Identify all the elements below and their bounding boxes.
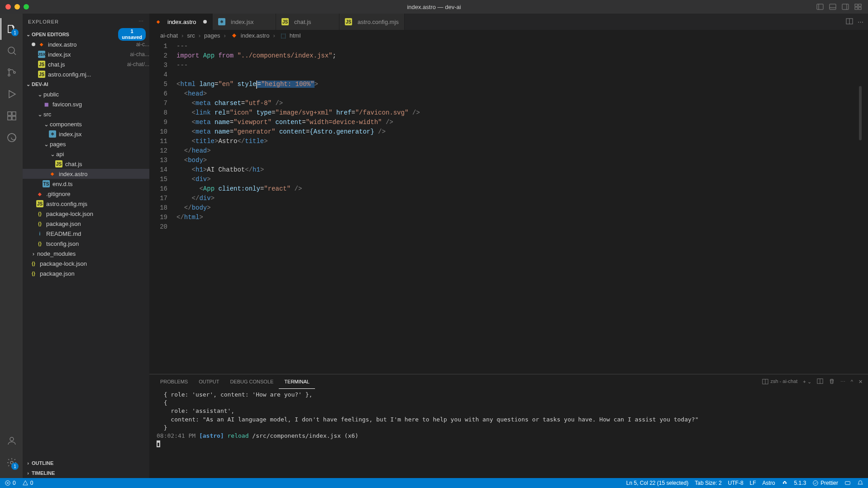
file-item[interactable]: ⚛index.jsx [23, 129, 149, 139]
svg-rect-35 [845, 482, 850, 485]
file-item[interactable]: {}package-lock.json [23, 258, 149, 268]
status-errors[interactable]: 0 [5, 480, 16, 486]
status-tabsize[interactable]: Tab Size: 2 [695, 480, 721, 486]
file-item[interactable]: ▦favicon.svg [23, 99, 149, 109]
maximize-window[interactable] [24, 4, 29, 10]
titlebar: index.astro — dev-ai [0, 0, 868, 14]
folder-item[interactable]: ⌄api [23, 149, 149, 159]
edge-icon[interactable] [0, 127, 22, 148]
timeline-section[interactable]: › TIMELINE [23, 468, 149, 478]
file-item[interactable]: ◆.gitignore [23, 189, 149, 199]
item-label: node_modules [37, 250, 149, 257]
line-number: 10 [149, 127, 167, 137]
panel-tab-problems[interactable]: PROBLEMS [155, 374, 193, 389]
outline-section[interactable]: › OUTLINE [23, 458, 149, 468]
folder-item[interactable]: ›node_modules [23, 249, 149, 258]
dirty-dot-icon [32, 43, 35, 46]
panel-tab-terminal[interactable]: TERMINAL [279, 374, 315, 389]
breadcrumb-item[interactable]: ⬚html [277, 32, 303, 39]
extensions-icon[interactable] [0, 105, 22, 127]
terminal-output[interactable]: { role: 'user', content: 'How are you?' … [149, 389, 868, 478]
line-number: 19 [149, 213, 167, 222]
editor-tab[interactable]: JSastro.config.mjs [339, 14, 405, 30]
chevron-down-icon: ⌄ [24, 32, 32, 38]
breadcrumb-item[interactable]: pages [202, 32, 222, 39]
maximize-panel-icon[interactable]: ^ [851, 379, 853, 384]
open-editor-item[interactable]: ⯁index.astroai-c... [23, 39, 149, 49]
minimize-window[interactable] [14, 4, 20, 10]
code-editor[interactable]: 1234567891011121314151617181920 --- impo… [149, 41, 868, 374]
tab-label: index.astro [167, 19, 196, 25]
terminal-name[interactable]: zsh - ai-chat [762, 378, 797, 385]
jsx-icon: JSX [38, 51, 45, 58]
folder-item[interactable]: ⌄src [23, 109, 149, 119]
new-terminal-icon[interactable]: + ⌄ [803, 379, 811, 385]
panel-tab-debug-console[interactable]: DEBUG CONSOLE [224, 374, 279, 389]
split-editor-icon[interactable] [846, 18, 853, 26]
status-encoding[interactable]: UTF-8 [728, 480, 744, 486]
file-item[interactable]: TSenv.d.ts [23, 179, 149, 189]
svg-point-34 [813, 481, 818, 486]
panel-tab-output[interactable]: OUTPUT [193, 374, 224, 389]
file-item[interactable]: iREADME.md [23, 229, 149, 239]
explorer-icon[interactable]: 1 [0, 18, 22, 40]
astro-icon: ⯁ [49, 170, 56, 177]
folder-item[interactable]: ⌄components [23, 119, 149, 129]
file-item[interactable]: {}package-lock.json [23, 209, 149, 219]
status-language[interactable]: Astro [763, 480, 775, 486]
open-editor-item[interactable]: JSchat.jsai-chat/... [23, 59, 149, 69]
account-icon[interactable] [0, 430, 22, 452]
file-item[interactable]: {}package.json [23, 219, 149, 229]
sidebar-right-toggle-icon[interactable] [840, 1, 851, 12]
open-editor-item[interactable]: JSXindex.jsxai-cha... [23, 49, 149, 59]
file-item[interactable]: JSchat.js [23, 159, 149, 169]
split-terminal-icon[interactable] [817, 378, 823, 385]
more-icon[interactable]: ⋯ [858, 19, 863, 25]
breadcrumb-item[interactable]: ai-chat [158, 32, 180, 39]
js-icon: JS [281, 18, 289, 25]
layout-toggle-icon[interactable] [815, 1, 825, 12]
file-item[interactable]: JSastro.config.mjs [23, 199, 149, 209]
status-eol[interactable]: LF [750, 480, 756, 486]
status-prettier[interactable]: Prettier [812, 480, 838, 486]
astro-icon: ⯁ [155, 18, 162, 25]
run-debug-icon[interactable] [0, 83, 22, 105]
editor-tab[interactable]: ⯁index.astro [149, 14, 213, 30]
status-warnings[interactable]: 0 [22, 480, 33, 486]
svg-point-33 [785, 482, 787, 484]
close-panel-icon[interactable]: ✕ [858, 379, 863, 385]
more-icon[interactable]: ⋯ [840, 379, 845, 385]
sidebar: EXPLORER ⋯ ⌄ OPEN EDITORS 1 unsaved ⯁ind… [23, 14, 149, 478]
editor-area: ⯁index.astro⚛index.jsxJSchat.jsJSastro.c… [149, 14, 868, 478]
search-icon[interactable] [0, 40, 22, 62]
folder-item[interactable]: ⌄public [23, 89, 149, 99]
breadcrumb-item[interactable]: src [185, 32, 196, 39]
editor-tab[interactable]: JSchat.js [276, 14, 339, 30]
status-version[interactable]: 5.1.3 [794, 480, 806, 486]
layout-custom-icon[interactable] [853, 1, 863, 12]
code-content[interactable]: --- import App from "../components/index… [176, 41, 868, 374]
file-item[interactable]: ⯁index.astro [23, 169, 149, 179]
item-label: package-lock.json [46, 211, 149, 217]
kill-terminal-icon[interactable] [829, 378, 835, 385]
source-control-icon[interactable] [0, 62, 22, 83]
open-editors-label: OPEN EDITORS [32, 32, 69, 37]
close-window[interactable] [5, 4, 11, 10]
status-bell-icon[interactable] [857, 480, 863, 486]
minimap[interactable] [859, 86, 862, 140]
editor-tab[interactable]: ⚛index.jsx [213, 14, 276, 30]
more-icon[interactable]: ⋯ [138, 19, 144, 24]
settings-icon[interactable]: 1 [0, 452, 22, 474]
status-feedback-icon[interactable] [844, 480, 851, 486]
project-section[interactable]: ⌄ DEV-AI [23, 79, 149, 89]
breadcrumb[interactable]: ai-chat›src›pages›⯁index.astro›⬚html [149, 30, 868, 41]
file-item[interactable]: {}tsconfig.json [23, 239, 149, 249]
file-item[interactable]: {}package.json [23, 268, 149, 278]
open-editor-item[interactable]: JSastro.config.mj... [23, 69, 149, 79]
panel-toggle-icon[interactable] [827, 1, 838, 12]
breadcrumb-item[interactable]: ⯁index.astro [228, 32, 272, 39]
folder-item[interactable]: ⌄pages [23, 139, 149, 149]
open-editors-section[interactable]: ⌄ OPEN EDITORS 1 unsaved [23, 29, 149, 39]
status-copilot-icon[interactable] [782, 480, 788, 486]
status-cursor[interactable]: Ln 5, Col 22 (15 selected) [626, 480, 688, 486]
